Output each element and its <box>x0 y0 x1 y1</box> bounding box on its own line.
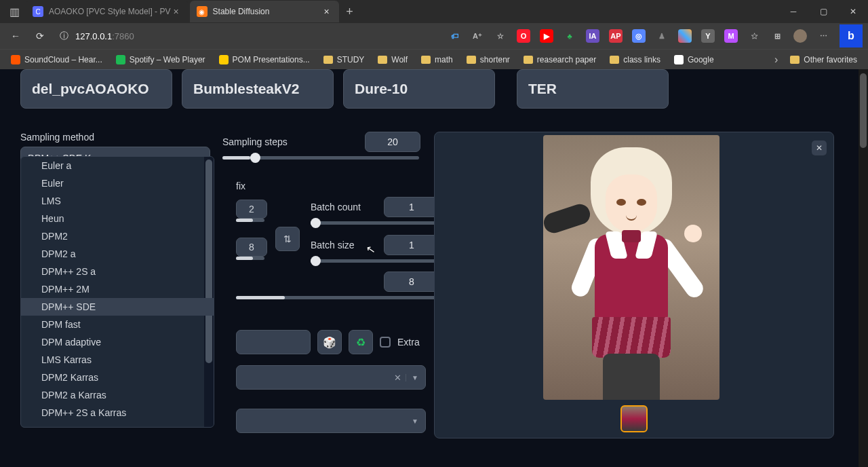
read-aloud-icon[interactable]: A⁺ <box>471 29 484 43</box>
ext-palette-icon[interactable] <box>678 29 692 43</box>
sampler-option[interactable]: DPM++ 2S a Karras <box>21 404 214 422</box>
sampler-option[interactable]: Euler a <box>21 157 214 174</box>
url-field[interactable]: ⓘ 127.0.0.1:7860 <box>54 26 298 45</box>
maximize-button[interactable]: ▢ <box>808 0 838 23</box>
sampler-option[interactable]: DPM++ 2M Karras <box>21 422 214 428</box>
cfg-scale-value[interactable]: 8 <box>384 272 439 292</box>
bookmark-folder-study[interactable]: STUDY <box>318 53 370 67</box>
sampler-option[interactable]: Heun <box>21 210 214 227</box>
option-label: DPM adaptive <box>41 337 101 348</box>
value-text: 8 <box>249 242 254 253</box>
random-seed-button[interactable]: 🎲 <box>317 330 342 354</box>
batch-size-value[interactable]: 1 <box>384 235 439 255</box>
close-window-button[interactable]: ✕ <box>838 0 868 23</box>
close-tab-icon[interactable]: × <box>170 6 181 17</box>
image-thumbnail[interactable] <box>620 405 648 432</box>
sampler-option[interactable]: DPM2 <box>21 227 214 245</box>
bookmarks-overflow-icon[interactable]: › <box>770 54 782 66</box>
bookmark-google[interactable]: Google <box>669 53 719 67</box>
sampler-option[interactable]: DPM2 Karras <box>21 369 214 386</box>
width-value-partial[interactable]: 2 <box>236 200 267 219</box>
ext-y-icon[interactable]: Y <box>701 29 715 43</box>
favorites-star-icon[interactable]: ☆ <box>494 29 507 43</box>
option-label: DPM fast <box>41 319 81 330</box>
ext-bulb-icon[interactable]: ♟ <box>655 29 669 43</box>
script-dropdown-2[interactable]: ▼ <box>236 409 426 433</box>
script-dropdown-1[interactable]: ✕ ▼ <box>236 365 426 390</box>
extra-checkbox-row[interactable]: Extra <box>380 337 420 348</box>
cfg-scale-slider[interactable] <box>236 296 439 299</box>
browser-tab-1[interactable]: C AOAOKO [PVC Style Model] - PV × <box>26 1 189 22</box>
thumbnail-row <box>435 405 833 432</box>
more-menu-icon[interactable]: ⋯ <box>816 29 830 43</box>
sampler-option[interactable]: DPM++ 2M <box>21 280 214 298</box>
bookmark-spotify[interactable]: Spotify – Web Player <box>111 53 211 67</box>
sampler-option[interactable]: LMS Karras <box>21 351 214 369</box>
value-text: 8 <box>409 276 414 287</box>
profile-avatar-icon[interactable] <box>793 29 807 43</box>
ext-ia-icon[interactable]: IA <box>586 29 599 43</box>
sampler-option[interactable]: Euler <box>21 174 214 192</box>
height-slider-partial[interactable] <box>236 257 264 260</box>
height-value-partial[interactable]: 8 <box>236 238 267 257</box>
option-label: LMS Karras <box>41 354 92 365</box>
style-card-3[interactable]: Dure-10 <box>343 69 495 109</box>
sampler-dropdown-menu: Euler aEulerLMSHeunDPM2DPM2 aDPM++ 2S aD… <box>20 156 214 428</box>
width-slider-partial[interactable] <box>236 219 264 222</box>
tab-actions-button[interactable]: ▥ <box>5 3 23 20</box>
back-button[interactable]: ← <box>5 26 26 46</box>
sampling-steps-slider[interactable] <box>222 156 419 160</box>
clear-icon[interactable]: ✕ <box>390 373 406 383</box>
sampler-option[interactable]: DPM++ SDE <box>21 298 214 316</box>
ext-swirl-icon[interactable]: ◎ <box>632 29 646 43</box>
favicon-gradio: ◉ <box>197 6 208 17</box>
style-card-1[interactable]: del_pvcAOAOKO <box>20 69 172 109</box>
style-card-2[interactable]: BumblesteakV2 <box>182 69 334 109</box>
extension-icons: 🏷 A⁺ ☆ O ▶ ♣ IA AP ◎ ♟ Y M ✩ ⊞ ⋯ <box>448 29 830 43</box>
ext-green-icon[interactable]: ♣ <box>563 29 576 43</box>
folder-icon <box>610 56 619 64</box>
collections-icon[interactable]: ⊞ <box>770 29 784 43</box>
swap-dimensions-button[interactable]: ⇅ <box>275 227 300 251</box>
site-info-icon[interactable]: ⓘ <box>60 30 68 42</box>
sampler-option[interactable]: DPM fast <box>21 316 214 333</box>
bookmark-folder-classlinks[interactable]: class links <box>604 53 666 67</box>
favorites-button-icon[interactable]: ✩ <box>747 29 761 43</box>
option-label: DPM++ 2S a <box>41 266 96 277</box>
bookmark-soundcloud[interactable]: SoundCloud – Hear... <box>5 53 108 67</box>
shopping-icon[interactable]: 🏷 <box>448 29 461 43</box>
batch-count-slider[interactable] <box>311 221 439 225</box>
bing-chat-button[interactable]: b <box>840 24 863 48</box>
other-favorites-folder[interactable]: Other favorites <box>785 53 863 67</box>
ext-m-icon[interactable]: M <box>724 29 738 43</box>
style-card-4[interactable]: TER <box>517 69 669 109</box>
minimize-button[interactable]: ─ <box>778 0 808 23</box>
bookmark-folder-wolf[interactable]: Wolf <box>372 53 413 67</box>
generated-image[interactable] <box>543 135 719 400</box>
sampler-option[interactable]: DPM2 a Karras <box>21 386 214 404</box>
batch-count-value[interactable]: 1 <box>384 197 439 217</box>
new-tab-button[interactable]: + <box>340 5 359 19</box>
batch-size-slider[interactable] <box>311 259 439 263</box>
ext-ap-icon[interactable]: AP <box>609 29 623 43</box>
reuse-seed-button[interactable]: ♻ <box>349 330 373 354</box>
value-text: 1 <box>409 240 414 250</box>
extra-checkbox[interactable] <box>380 337 391 348</box>
bookmark-folder-research[interactable]: reasearch paper <box>518 53 601 67</box>
sampler-option[interactable]: DPM2 a <box>21 245 214 263</box>
bookmark-folder-shortenr[interactable]: shortenr <box>461 53 515 67</box>
sampler-option[interactable]: LMS <box>21 192 214 210</box>
seed-input[interactable] <box>236 330 311 354</box>
sampler-option[interactable]: DPM++ 2S a <box>21 263 214 280</box>
bookmark-pom[interactable]: POM Presentations... <box>214 53 315 67</box>
sampling-steps-value[interactable]: 20 <box>365 132 420 152</box>
ext-opera-icon[interactable]: O <box>517 29 530 43</box>
browser-tab-2[interactable]: ◉ Stable Diffusion × <box>190 1 339 22</box>
refresh-button[interactable]: ⟳ <box>30 26 50 46</box>
close-preview-button[interactable]: ✕ <box>812 141 827 155</box>
ext-youtube-icon[interactable]: ▶ <box>540 29 553 43</box>
batch-size-label: Batch size <box>311 240 355 250</box>
bookmark-folder-math[interactable]: math <box>416 53 458 67</box>
close-tab-icon[interactable]: × <box>321 6 332 17</box>
sampler-option[interactable]: DPM adaptive <box>21 333 214 351</box>
